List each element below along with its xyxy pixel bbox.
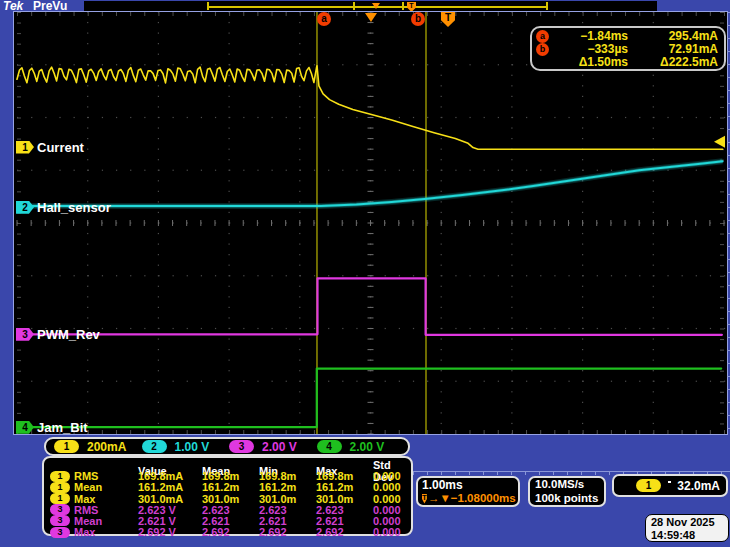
trigger-box: 1 32.0mA	[612, 474, 728, 497]
measurement-value: 301.0m	[259, 493, 316, 505]
measurement-value: 161.2m	[316, 481, 373, 493]
measurement-name: Mean	[74, 481, 102, 493]
trigger-channel-badge: 1	[636, 479, 661, 492]
measurement-value: 0.000	[373, 470, 407, 482]
measurement-name: Mean	[74, 515, 102, 527]
measurement-channel-badge: 1	[50, 482, 70, 493]
channel-3-scale: 2.00 V	[262, 440, 297, 454]
measurement-value: 2.692	[202, 526, 259, 538]
measurement-value: 169.8m	[259, 470, 316, 482]
measurement-header-row: ValueMeanMinMaxStd Dev	[50, 459, 407, 470]
measurement-value: 169.8mA	[138, 470, 202, 482]
date-label: 28 Nov 2025	[651, 516, 728, 529]
measurement-row: 3RMS2.623 V2.6232.6232.6230.000	[50, 504, 407, 515]
trigger-pos-arrows: →▼	[428, 492, 451, 505]
falling-edge-icon	[667, 479, 671, 492]
channel-3-scale-item[interactable]: 32.00 V	[229, 440, 313, 454]
cursor-readout-row: b−333µs72.91mA	[536, 42, 718, 55]
measurement-value: 169.8m	[202, 470, 259, 482]
measurement-value: 0.000	[373, 504, 407, 516]
measurement-value: 0.000	[373, 481, 407, 493]
measurement-name: RMS	[74, 470, 98, 482]
measurement-value: 0.000	[373, 526, 407, 538]
measurement-value: 2.692	[259, 526, 316, 538]
cursor-time-value: Δ1.50ms	[556, 55, 628, 69]
cursor-readout-row: Δ1.50msΔ222.5mA	[536, 55, 718, 68]
record-expansion-icon	[372, 3, 380, 9]
measurement-value: 301.0m	[316, 493, 373, 505]
measurement-row: 3Mean2.621 V2.6212.6212.6210.000	[50, 515, 407, 526]
timebase-box: 1.00ms T→▼−1.08000ms	[416, 476, 520, 507]
cursor-readout-row: a−1.84ms295.4mA	[536, 29, 718, 42]
graticule: 1Current2Hall_sensor3PWM_Rev4Jam_Bit	[13, 11, 728, 435]
cursor-amplitude-value: Δ222.5mA	[628, 55, 718, 69]
measurement-value: 161.2m	[202, 481, 259, 493]
measurement-channel-badge: 3	[50, 515, 70, 526]
cursor-b-badge: b	[536, 43, 549, 56]
trigger-flag-icon: T	[422, 494, 427, 504]
measurement-value: 2.623 V	[138, 504, 202, 516]
cursor-a-badge: a	[536, 30, 549, 43]
measurement-value: 2.623	[202, 504, 259, 516]
measurement-name: Max	[74, 493, 95, 505]
channel-1-scale: 200mA	[87, 440, 126, 454]
cursor-amplitude-value: 295.4mA	[628, 29, 718, 43]
measurement-row: 1RMS169.8mA169.8m169.8m169.8m0.000	[50, 470, 407, 481]
cursor-time-value: −1.84ms	[556, 29, 628, 43]
measurement-channel-badge: 3	[50, 504, 70, 515]
measurement-row: 1Mean161.2mA161.2m161.2m161.2m0.000	[50, 481, 407, 492]
measurement-value: 2.621	[316, 515, 373, 527]
trigger-level: 32.0mA	[677, 479, 720, 493]
measurement-value: 2.692 V	[138, 526, 202, 538]
channel-1-scale-item[interactable]: 1200mA	[54, 440, 138, 454]
datetime-box: 28 Nov 2025 14:59:48	[645, 514, 729, 542]
channel-4-scale: 2.00 V	[350, 440, 385, 454]
measurement-value: 0.000	[373, 493, 407, 505]
expansion-point-icon	[365, 13, 377, 22]
channel-2-scale-item[interactable]: 21.00 V	[142, 440, 226, 454]
measurement-value: 2.692	[316, 526, 373, 538]
record-length: 100k points	[535, 492, 599, 506]
record-cursor-a-tick	[353, 2, 355, 10]
record-end-tick	[546, 2, 548, 10]
cursor-b-marker[interactable]: b	[411, 12, 425, 26]
oscilloscope-screen: Tek PreVu T 1Current2Hall_sensor3PWM_Rev…	[0, 0, 730, 547]
channel-4-label: Jam_Bit	[37, 420, 88, 435]
channel-3-label: PWM_Rev	[37, 327, 100, 342]
measurement-value: 2.621	[202, 515, 259, 527]
acquisition-box: 10.0MS/s 100k points	[528, 476, 606, 507]
channel-1-label: Current	[37, 140, 84, 155]
trigger-pos-value: −1.08000ms	[451, 492, 516, 505]
measurement-value: 161.2mA	[138, 481, 202, 493]
graticule-svg	[14, 12, 727, 434]
measurement-value: 169.8m	[316, 470, 373, 482]
cursor-time-value: −333µs	[556, 42, 628, 56]
measurement-value: 2.623	[259, 504, 316, 516]
timebase-scale: 1.00ms	[422, 478, 514, 492]
measurement-table: ValueMeanMinMaxStd Dev1RMS169.8mA169.8m1…	[42, 456, 413, 536]
channel-2-scale: 1.00 V	[175, 440, 210, 454]
measurement-row: 1Max301.0mA301.0m301.0m301.0m0.000	[50, 493, 407, 504]
measurement-channel-badge: 3	[50, 527, 70, 538]
cursor-amplitude-value: 72.91mA	[628, 42, 718, 56]
measurement-name: Max	[74, 526, 95, 538]
measurement-value: 2.621 V	[138, 515, 202, 527]
channel-2-badge: 2	[142, 440, 167, 453]
channel-4-badge: 4	[317, 440, 342, 453]
measurement-value: 161.2m	[259, 481, 316, 493]
measurement-channel-badge: 1	[50, 493, 70, 504]
channel-scale-bar: 1200mA21.00 V32.00 V42.00 V	[44, 437, 410, 456]
measurement-value: 301.0m	[202, 493, 259, 505]
channel-4-scale-item[interactable]: 42.00 V	[317, 440, 401, 454]
measurement-value: 0.000	[373, 515, 407, 527]
channel-1-badge: 1	[54, 440, 79, 453]
cursor-a-marker[interactable]: a	[317, 12, 331, 26]
channel-3-badge: 3	[229, 440, 254, 453]
measurement-name: RMS	[74, 504, 98, 516]
time-label: 14:59:48	[651, 529, 728, 542]
sample-rate: 10.0MS/s	[535, 478, 599, 492]
measurement-value: 2.621	[259, 515, 316, 527]
measurement-value: 301.0mA	[138, 493, 202, 505]
record-start-tick	[207, 2, 209, 10]
cursor-readout-box: a−1.84ms295.4mAb−333µs72.91mAΔ1.50msΔ222…	[530, 26, 726, 71]
